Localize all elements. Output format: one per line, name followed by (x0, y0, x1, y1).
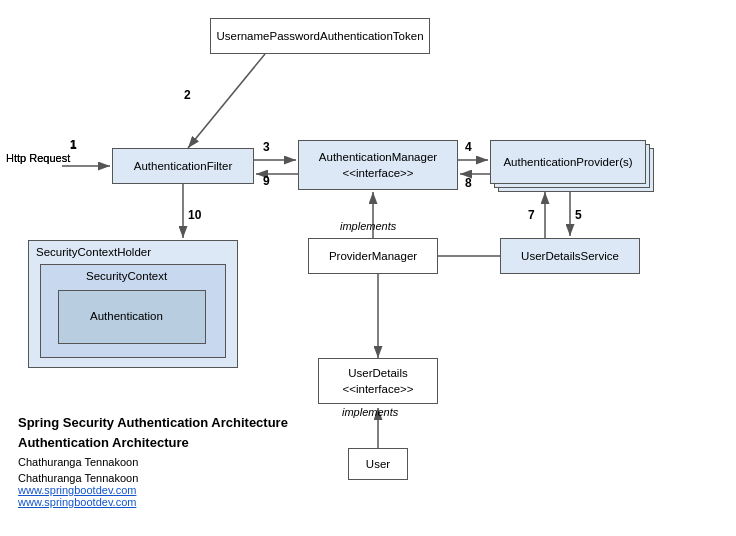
authentication-manager-label: AuthenticationManager<<interface>> (319, 149, 437, 181)
num10-text: 10 (188, 208, 201, 222)
num9-text: 9 (263, 174, 270, 188)
http-request-text: Http Request (6, 152, 70, 164)
implements-2-label: implements (342, 406, 398, 418)
authentication-filter-box: AuthenticationFilter (112, 148, 254, 184)
authentication-provider-box: AuthenticationProvider(s) (490, 140, 646, 184)
num3-text: 3 (263, 140, 270, 154)
authentication-provider-label: AuthenticationProvider(s) (503, 154, 632, 170)
author-display: Chathuranga Tennakoon (18, 472, 288, 484)
authentication-manager-box: AuthenticationManager<<interface>> (298, 140, 458, 190)
username-password-token-label: UsernamePasswordAuthenticationToken (216, 28, 423, 44)
username-password-token-box: UsernamePasswordAuthenticationToken (210, 18, 430, 54)
website-display[interactable]: www.springbootdev.com (18, 496, 288, 508)
user-details-interface-box: UserDetails<<interface>> (318, 358, 438, 404)
user-label: User (366, 456, 390, 472)
svg-line-5 (188, 54, 265, 148)
authentication-filter-label: AuthenticationFilter (134, 158, 232, 174)
user-details-interface-label: UserDetails<<interface>> (343, 365, 414, 397)
title-line1: Spring Security Authentication Architect… (18, 413, 288, 433)
provider-manager-label: ProviderManager (329, 248, 417, 264)
diagram-container: Http Request Http Request 1 1 2 3 4 5 6 … (0, 0, 736, 536)
num5-text: 5 (575, 208, 582, 222)
website-link[interactable]: www.springbootdev.com (18, 484, 288, 496)
implements-1-label: implements (340, 220, 396, 232)
user-details-service-label: UserDetailsService (521, 248, 619, 264)
user-box: User (348, 448, 408, 480)
security-context-holder-label: SecurityContextHolder (36, 246, 151, 258)
user-details-service-box: UserDetailsService (500, 238, 640, 274)
num7-text: 7 (528, 208, 535, 222)
num4-text: 4 (465, 140, 472, 154)
bottom-text: Spring Security Authentication Architect… (18, 413, 288, 508)
authentication-label: Authentication (90, 310, 163, 322)
provider-manager-box: ProviderManager (308, 238, 438, 274)
num2-text: 2 (184, 88, 191, 102)
title-line2: Authentication Architecture (18, 433, 288, 453)
author-text: Chathuranga Tennakoon (18, 456, 288, 468)
num1-text: 1 (70, 138, 77, 152)
num8-text: 8 (465, 176, 472, 190)
security-context-label: SecurityContext (86, 270, 167, 282)
